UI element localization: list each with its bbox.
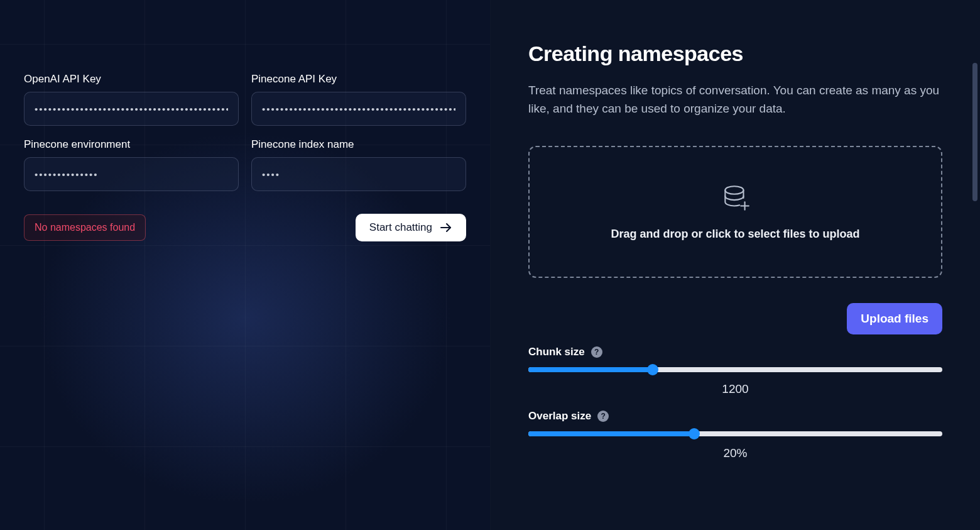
slider-fill xyxy=(528,367,653,372)
pinecone-index-input[interactable] xyxy=(251,157,466,191)
overlap-size-label-row: Overlap size ? xyxy=(528,410,942,422)
database-add-icon xyxy=(720,182,751,216)
pinecone-env-label: Pinecone environment xyxy=(24,138,239,151)
svg-point-1 xyxy=(725,187,743,195)
overlap-size-group: Overlap size ? 20% xyxy=(528,410,942,460)
overlap-size-value: 20% xyxy=(528,446,942,460)
chunk-size-label-row: Chunk size ? xyxy=(528,346,942,358)
namespaces-error-badge: No namespaces found xyxy=(24,214,146,241)
scrollbar[interactable] xyxy=(972,63,977,201)
page-title: Creating namespaces xyxy=(528,41,942,66)
chunk-size-group: Chunk size ? 1200 xyxy=(528,346,942,396)
chunk-size-value: 1200 xyxy=(528,382,942,396)
page-description: Treat namespaces like topics of conversa… xyxy=(528,81,942,118)
chunk-size-slider[interactable] xyxy=(528,365,942,375)
openai-key-label: OpenAI API Key xyxy=(24,73,239,86)
upload-row: Upload files xyxy=(528,303,942,334)
config-panel: OpenAI API Key Pinecone API Key Pinecone… xyxy=(0,0,490,530)
credentials-form: OpenAI API Key Pinecone API Key Pinecone… xyxy=(24,73,466,191)
arrow-right-icon xyxy=(440,223,452,233)
upload-files-button[interactable]: Upload files xyxy=(847,303,942,334)
field-openai-key: OpenAI API Key xyxy=(24,73,239,126)
slider-fill xyxy=(528,431,694,436)
help-icon[interactable]: ? xyxy=(591,346,602,358)
app-root: OpenAI API Key Pinecone API Key Pinecone… xyxy=(0,0,980,530)
action-row: No namespaces found Start chatting xyxy=(24,214,466,241)
slider-thumb[interactable] xyxy=(647,364,658,375)
openai-key-input[interactable] xyxy=(24,92,239,126)
pinecone-key-label: Pinecone API Key xyxy=(251,73,466,86)
pinecone-env-input[interactable] xyxy=(24,157,239,191)
chunk-size-label: Chunk size xyxy=(528,346,585,358)
field-pinecone-index: Pinecone index name xyxy=(251,138,466,191)
overlap-size-slider[interactable] xyxy=(528,429,942,439)
file-dropzone[interactable]: Drag and drop or click to select files t… xyxy=(528,146,942,278)
pinecone-index-label: Pinecone index name xyxy=(251,138,466,151)
slider-thumb[interactable] xyxy=(689,428,700,439)
field-pinecone-env: Pinecone environment xyxy=(24,138,239,191)
field-pinecone-key: Pinecone API Key xyxy=(251,73,466,126)
help-icon[interactable]: ? xyxy=(597,411,609,422)
pinecone-key-input[interactable] xyxy=(251,92,466,126)
namespace-panel: Creating namespaces Treat namespaces lik… xyxy=(490,0,980,530)
dropzone-text: Drag and drop or click to select files t… xyxy=(611,228,859,241)
overlap-size-label: Overlap size xyxy=(528,410,591,422)
start-chatting-button[interactable]: Start chatting xyxy=(356,214,466,241)
start-chatting-label: Start chatting xyxy=(369,221,432,234)
